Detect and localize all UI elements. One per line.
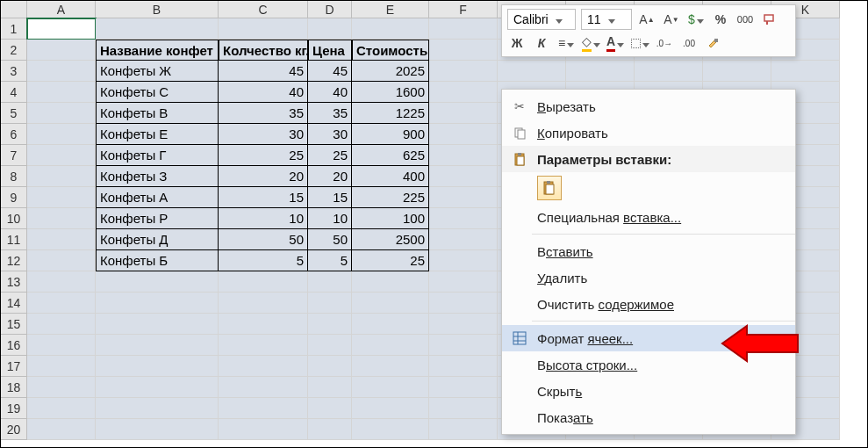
cell[interactable]	[219, 314, 308, 335]
cell[interactable]: Конфеты А	[96, 187, 219, 208]
select-all-corner[interactable]	[1, 1, 27, 18]
cell[interactable]: 50	[308, 229, 352, 250]
cell[interactable]	[219, 419, 308, 440]
cell[interactable]	[219, 398, 308, 419]
row-header[interactable]: 16	[1, 335, 27, 356]
cell[interactable]: 40	[308, 82, 352, 103]
row-header[interactable]: 8	[1, 166, 27, 187]
cell[interactable]: 225	[352, 187, 429, 208]
cell[interactable]	[429, 335, 498, 356]
row-header[interactable]: 14	[1, 293, 27, 314]
cell[interactable]: Конфеты Г	[96, 145, 219, 166]
cell[interactable]	[429, 356, 498, 377]
cell[interactable]	[308, 18, 352, 40]
cell[interactable]	[219, 271, 308, 293]
cell[interactable]	[352, 293, 429, 314]
cm-hide[interactable]: Скрыть	[502, 378, 795, 404]
cell[interactable]	[219, 18, 308, 40]
cell[interactable]	[429, 293, 498, 314]
cm-copy[interactable]: Копировать	[502, 119, 795, 146]
cell[interactable]	[566, 61, 635, 82]
cell[interactable]	[219, 356, 308, 377]
cell[interactable]	[27, 103, 96, 124]
cell[interactable]: 1225	[352, 103, 429, 124]
cm-show[interactable]: Показать	[502, 404, 795, 430]
cell[interactable]	[308, 377, 352, 398]
cm-cut[interactable]: ✂ Вырезать	[502, 93, 795, 119]
column-header[interactable]: B	[96, 1, 219, 18]
cell[interactable]	[429, 250, 498, 271]
font-size-select[interactable]: 11	[581, 9, 632, 30]
cell[interactable]	[27, 61, 96, 82]
cell[interactable]: 5	[219, 250, 308, 271]
comma-format-icon[interactable]: 000	[735, 10, 755, 29]
cm-paste-special[interactable]: Специальная вставка...	[502, 204, 795, 230]
cell[interactable]: Конфеты Е	[96, 124, 219, 145]
column-header[interactable]: A	[27, 1, 96, 18]
row-header[interactable]: 18	[1, 377, 27, 398]
format-painter-icon[interactable]	[760, 10, 779, 29]
cell[interactable]: Конфеты З	[96, 166, 219, 187]
cell[interactable]: Название конфет	[96, 40, 219, 61]
cell[interactable]: 625	[352, 145, 429, 166]
column-header[interactable]: F	[429, 1, 498, 18]
align-icon[interactable]: ≡	[556, 33, 576, 53]
cell[interactable]: 2025	[352, 61, 429, 82]
cell[interactable]	[352, 419, 429, 440]
cell[interactable]	[27, 187, 96, 208]
cell[interactable]	[96, 335, 219, 356]
cell[interactable]	[96, 398, 219, 419]
cell[interactable]	[308, 271, 352, 293]
cell[interactable]	[308, 356, 352, 377]
cell[interactable]	[308, 293, 352, 314]
cell[interactable]	[429, 82, 498, 103]
cell[interactable]	[635, 61, 703, 82]
cell[interactable]: 35	[219, 103, 308, 124]
increase-font-icon[interactable]: A▲	[637, 10, 656, 29]
row-header[interactable]: 12	[1, 250, 27, 271]
cell[interactable]: 15	[308, 187, 352, 208]
row-header[interactable]: 17	[1, 356, 27, 377]
row-header[interactable]: 13	[1, 271, 27, 293]
row-header[interactable]: 6	[1, 124, 27, 145]
decrease-decimal-icon[interactable]: .00	[679, 33, 699, 53]
format-painter-brush-icon[interactable]	[704, 33, 723, 53]
fill-color-icon[interactable]: ◇	[581, 33, 600, 53]
cell[interactable]	[27, 166, 96, 187]
cell[interactable]	[308, 335, 352, 356]
cell[interactable]	[219, 335, 308, 356]
cell[interactable]	[27, 356, 96, 377]
cell[interactable]	[27, 229, 96, 250]
row-header[interactable]: 20	[1, 419, 27, 440]
cell[interactable]	[429, 145, 498, 166]
row-header[interactable]: 10	[1, 208, 27, 229]
cell[interactable]: 15	[219, 187, 308, 208]
percent-format-icon[interactable]: %	[711, 10, 730, 29]
cell[interactable]	[96, 419, 219, 440]
increase-decimal-icon[interactable]: .0→	[655, 33, 674, 53]
cell[interactable]	[429, 271, 498, 293]
cell[interactable]	[429, 18, 498, 40]
cell[interactable]	[96, 271, 219, 293]
row-header[interactable]: 15	[1, 314, 27, 335]
cell[interactable]	[96, 293, 219, 314]
cell[interactable]: Цена	[308, 40, 352, 61]
cell[interactable]	[27, 419, 96, 440]
cell[interactable]	[352, 356, 429, 377]
decrease-font-icon[interactable]: A▼	[662, 10, 681, 29]
cell[interactable]: 400	[352, 166, 429, 187]
paste-option-default[interactable]	[537, 176, 562, 200]
cell[interactable]: 50	[219, 229, 308, 250]
row-header[interactable]: 19	[1, 398, 27, 419]
row-header[interactable]: 5	[1, 103, 27, 124]
cell[interactable]	[352, 314, 429, 335]
cell[interactable]	[429, 229, 498, 250]
cell[interactable]	[429, 377, 498, 398]
cell[interactable]	[429, 61, 498, 82]
cell[interactable]	[429, 314, 498, 335]
row-header[interactable]: 4	[1, 82, 27, 103]
cell[interactable]	[219, 293, 308, 314]
cell[interactable]	[308, 398, 352, 419]
cm-delete[interactable]: Удалить	[502, 264, 795, 291]
cell[interactable]	[429, 40, 498, 61]
